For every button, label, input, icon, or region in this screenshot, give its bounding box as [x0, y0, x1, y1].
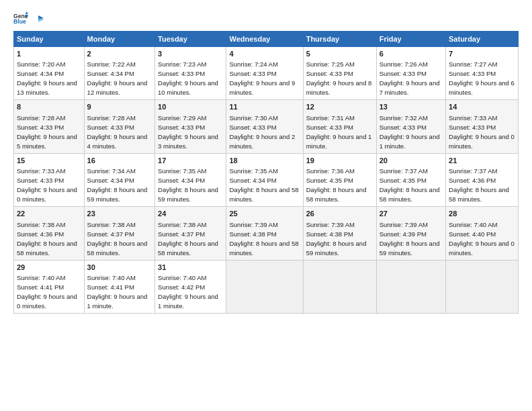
cell-info: Sunrise: 7:32 AMSunset: 4:33 PMDaylight:… [380, 114, 440, 150]
day-number: 11 [229, 102, 300, 112]
day-number: 18 [229, 156, 300, 166]
calendar-cell: 25Sunrise: 7:39 AMSunset: 4:38 PMDayligh… [226, 207, 303, 260]
calendar-cell: 6Sunrise: 7:26 AMSunset: 4:33 PMDaylight… [376, 47, 445, 100]
day-number: 26 [306, 209, 373, 219]
calendar-cell: 19Sunrise: 7:36 AMSunset: 4:35 PMDayligh… [303, 153, 376, 206]
header: General Blue [13, 11, 519, 26]
cell-info: Sunrise: 7:25 AMSunset: 4:33 PMDaylight:… [306, 60, 372, 96]
day-number: 28 [449, 209, 515, 219]
calendar-cell: 31Sunrise: 7:40 AMSunset: 4:42 PMDayligh… [155, 260, 226, 313]
day-number: 2 [87, 49, 152, 59]
cell-info: Sunrise: 7:39 AMSunset: 4:38 PMDaylight:… [306, 221, 367, 257]
cell-info: Sunrise: 7:37 AMSunset: 4:35 PMDaylight:… [380, 167, 440, 203]
day-number: 21 [449, 156, 515, 166]
calendar-cell: 9Sunrise: 7:28 AMSunset: 4:33 PMDaylight… [84, 100, 154, 153]
col-header-tuesday: Tuesday [155, 32, 226, 47]
col-header-monday: Monday [84, 32, 154, 47]
col-header-wednesday: Wednesday [226, 32, 303, 47]
header-row: SundayMondayTuesdayWednesdayThursdayFrid… [14, 32, 519, 47]
cell-info: Sunrise: 7:40 AMSunset: 4:41 PMDaylight:… [17, 274, 77, 310]
calendar-cell: 2Sunrise: 7:22 AMSunset: 4:34 PMDaylight… [84, 47, 154, 100]
day-number: 8 [17, 102, 81, 112]
calendar-cell: 15Sunrise: 7:33 AMSunset: 4:33 PMDayligh… [14, 153, 85, 206]
cell-info: Sunrise: 7:40 AMSunset: 4:42 PMDaylight:… [158, 274, 218, 310]
calendar-cell: 10Sunrise: 7:29 AMSunset: 4:33 PMDayligh… [155, 100, 226, 153]
cell-info: Sunrise: 7:36 AMSunset: 4:35 PMDaylight:… [306, 167, 367, 203]
calendar-cell: 16Sunrise: 7:34 AMSunset: 4:34 PMDayligh… [84, 153, 154, 206]
day-number: 22 [17, 209, 81, 219]
calendar-cell: 11Sunrise: 7:30 AMSunset: 4:33 PMDayligh… [226, 100, 303, 153]
day-number: 16 [87, 156, 152, 166]
day-number: 6 [380, 49, 443, 59]
calendar-cell: 17Sunrise: 7:35 AMSunset: 4:34 PMDayligh… [155, 153, 226, 206]
cell-info: Sunrise: 7:22 AMSunset: 4:34 PMDaylight:… [87, 60, 148, 96]
logo-bird-icon [32, 13, 44, 26]
day-number: 7 [449, 49, 515, 59]
col-header-thursday: Thursday [303, 32, 376, 47]
day-number: 3 [158, 49, 223, 59]
calendar-cell: 4Sunrise: 7:24 AMSunset: 4:33 PMDaylight… [226, 47, 303, 100]
cell-info: Sunrise: 7:38 AMSunset: 4:37 PMDaylight:… [87, 221, 148, 257]
cell-info: Sunrise: 7:37 AMSunset: 4:36 PMDaylight:… [449, 167, 509, 203]
calendar-cell: 5Sunrise: 7:25 AMSunset: 4:33 PMDaylight… [303, 47, 376, 100]
day-number: 20 [380, 156, 443, 166]
cell-info: Sunrise: 7:33 AMSunset: 4:33 PMDaylight:… [17, 167, 77, 203]
cell-info: Sunrise: 7:40 AMSunset: 4:40 PMDaylight:… [449, 221, 515, 257]
cell-info: Sunrise: 7:40 AMSunset: 4:41 PMDaylight:… [87, 274, 148, 310]
week-row-2: 8Sunrise: 7:28 AMSunset: 4:33 PMDaylight… [14, 100, 519, 153]
cell-info: Sunrise: 7:35 AMSunset: 4:34 PMDaylight:… [229, 167, 298, 203]
calendar-cell: 28Sunrise: 7:40 AMSunset: 4:40 PMDayligh… [446, 207, 519, 260]
day-number: 30 [87, 263, 152, 273]
calendar-cell: 29Sunrise: 7:40 AMSunset: 4:41 PMDayligh… [14, 260, 85, 313]
svg-text:Blue: Blue [13, 18, 26, 25]
calendar-cell: 18Sunrise: 7:35 AMSunset: 4:34 PMDayligh… [226, 153, 303, 206]
calendar-cell: 14Sunrise: 7:33 AMSunset: 4:33 PMDayligh… [446, 100, 519, 153]
cell-info: Sunrise: 7:27 AMSunset: 4:33 PMDaylight:… [449, 60, 515, 96]
day-number: 17 [158, 156, 223, 166]
cell-info: Sunrise: 7:28 AMSunset: 4:33 PMDaylight:… [87, 114, 148, 150]
calendar-cell: 30Sunrise: 7:40 AMSunset: 4:41 PMDayligh… [84, 260, 154, 313]
calendar-cell: 21Sunrise: 7:37 AMSunset: 4:36 PMDayligh… [446, 153, 519, 206]
day-number: 5 [306, 49, 373, 59]
logo-icon: General Blue [13, 11, 28, 26]
calendar-cell: 3Sunrise: 7:23 AMSunset: 4:33 PMDaylight… [155, 47, 226, 100]
cell-info: Sunrise: 7:24 AMSunset: 4:33 PMDaylight:… [229, 60, 295, 96]
calendar-cell: 12Sunrise: 7:31 AMSunset: 4:33 PMDayligh… [303, 100, 376, 153]
cell-info: Sunrise: 7:31 AMSunset: 4:33 PMDaylight:… [306, 114, 372, 150]
calendar-cell: 13Sunrise: 7:32 AMSunset: 4:33 PMDayligh… [376, 100, 445, 153]
day-number: 24 [158, 209, 223, 219]
calendar-cell [446, 260, 519, 313]
day-number: 1 [17, 49, 81, 59]
cell-info: Sunrise: 7:30 AMSunset: 4:33 PMDaylight:… [229, 114, 295, 150]
day-number: 15 [17, 156, 81, 166]
cell-info: Sunrise: 7:28 AMSunset: 4:33 PMDaylight:… [17, 114, 77, 150]
cell-info: Sunrise: 7:39 AMSunset: 4:39 PMDaylight:… [380, 221, 440, 257]
cell-info: Sunrise: 7:38 AMSunset: 4:37 PMDaylight:… [158, 221, 218, 257]
day-number: 19 [306, 156, 373, 166]
day-number: 29 [17, 263, 81, 273]
col-header-saturday: Saturday [446, 32, 519, 47]
cell-info: Sunrise: 7:35 AMSunset: 4:34 PMDaylight:… [158, 167, 218, 203]
day-number: 14 [449, 102, 515, 112]
week-row-5: 29Sunrise: 7:40 AMSunset: 4:41 PMDayligh… [14, 260, 519, 313]
day-number: 31 [158, 263, 223, 273]
calendar-cell: 24Sunrise: 7:38 AMSunset: 4:37 PMDayligh… [155, 207, 226, 260]
week-row-1: 1Sunrise: 7:20 AMSunset: 4:34 PMDaylight… [14, 47, 519, 100]
calendar-cell: 22Sunrise: 7:38 AMSunset: 4:36 PMDayligh… [14, 207, 85, 260]
calendar-cell: 27Sunrise: 7:39 AMSunset: 4:39 PMDayligh… [376, 207, 445, 260]
calendar-cell [226, 260, 303, 313]
col-header-friday: Friday [376, 32, 445, 47]
cell-info: Sunrise: 7:39 AMSunset: 4:38 PMDaylight:… [229, 221, 298, 257]
day-number: 4 [229, 49, 300, 59]
cell-info: Sunrise: 7:29 AMSunset: 4:33 PMDaylight:… [158, 114, 218, 150]
day-number: 9 [87, 102, 152, 112]
cell-info: Sunrise: 7:26 AMSunset: 4:33 PMDaylight:… [380, 60, 440, 96]
calendar-cell [376, 260, 445, 313]
calendar-cell: 1Sunrise: 7:20 AMSunset: 4:34 PMDaylight… [14, 47, 85, 100]
cell-info: Sunrise: 7:23 AMSunset: 4:33 PMDaylight:… [158, 60, 218, 96]
calendar-cell: 8Sunrise: 7:28 AMSunset: 4:33 PMDaylight… [14, 100, 85, 153]
day-number: 23 [87, 209, 152, 219]
calendar-cell: 20Sunrise: 7:37 AMSunset: 4:35 PMDayligh… [376, 153, 445, 206]
day-number: 12 [306, 102, 373, 112]
day-number: 27 [380, 209, 443, 219]
